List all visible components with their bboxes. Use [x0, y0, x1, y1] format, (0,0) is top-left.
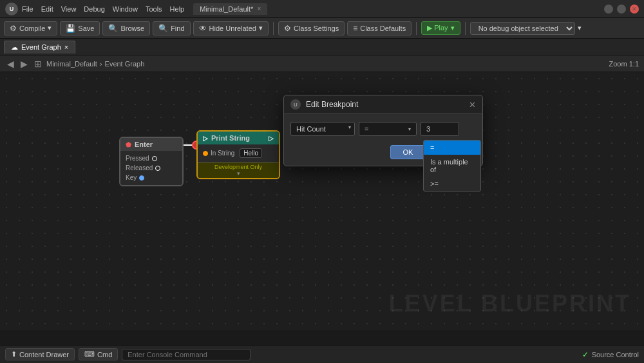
dialog-close-button[interactable]: ✕	[469, 100, 476, 110]
breadcrumb-leaf: Event Graph	[105, 60, 145, 68]
operator-option-gte[interactable]: >=	[424, 177, 480, 191]
menu-edit[interactable]: Edit	[41, 5, 53, 13]
nav-grid-button[interactable]: ⊞	[32, 59, 44, 69]
document-tab-label: Minimal_Default*	[200, 5, 253, 13]
nav-back-button[interactable]: ◀	[5, 59, 16, 69]
event-graph-tab[interactable]: ☁ Event Graph ×	[4, 41, 75, 54]
in-string-pin[interactable]	[203, 151, 208, 156]
menu-window[interactable]: Window	[113, 5, 138, 13]
edit-breakpoint-dialog: U Edit Breakpoint ✕ Hit Count ▾ = ▾	[283, 95, 483, 166]
document-tab-close[interactable]: ×	[257, 5, 261, 12]
minimize-button[interactable]: ─	[604, 5, 613, 14]
nav-forward-button[interactable]: ▶	[19, 59, 30, 69]
save-button[interactable]: 💾 Save	[60, 21, 100, 35]
debug-object-select[interactable]: No debug object selected	[470, 22, 575, 35]
released-label: Released	[126, 164, 153, 172]
event-graph-tab-close[interactable]: ×	[64, 43, 68, 51]
source-control: ✓ Source Control	[582, 350, 639, 359]
print-string-body: In String Hello	[198, 144, 279, 162]
expand-arrow[interactable]: ▾	[237, 170, 240, 177]
dialog-controls-row: Hit Count ▾ = ▾ = Is a multiple of >=	[290, 122, 476, 136]
canvas[interactable]: ⬟ Enter Pressed Released Key ▷ Print Str…	[0, 72, 644, 330]
hide-dropdown-icon[interactable]: ▾	[259, 24, 263, 32]
in-string-value[interactable]: Hello	[240, 148, 262, 158]
breakpoint-value-input[interactable]	[421, 122, 459, 136]
save-icon: 💾	[66, 24, 75, 33]
menu-view[interactable]: View	[61, 5, 77, 13]
play-button[interactable]: ▶ Play ▾	[421, 21, 460, 35]
compile-icon: ⚙	[10, 24, 17, 33]
find-button[interactable]: 🔍 Find	[153, 21, 190, 35]
operator-option-eq[interactable]: =	[424, 141, 480, 155]
dev-only-bar: Development Only ▾	[198, 162, 279, 178]
browse-button[interactable]: 🔍 Browse	[102, 21, 150, 35]
print-string-node[interactable]: ▷ Print String ▷ In String Hello Develop…	[196, 130, 280, 179]
print-string-title: Print String	[211, 134, 250, 142]
pressed-label: Pressed	[126, 155, 149, 162]
enter-pin-released: Released	[120, 163, 182, 173]
class-defaults-button[interactable]: ≡ Class Defaults	[347, 21, 412, 35]
class-settings-label: Class Settings	[294, 25, 339, 32]
dev-only-label: Development Only	[214, 164, 262, 170]
operator-container: = ▾ = Is a multiple of >=	[359, 122, 417, 136]
key-pin[interactable]	[139, 175, 144, 181]
browse-icon: 🔍	[108, 24, 118, 33]
content-drawer-button[interactable]: ⬆ Content Drawer	[5, 348, 75, 360]
compile-label: Compile	[19, 25, 45, 32]
print-exec-out: ▷	[269, 135, 274, 142]
ue-logo: U	[5, 3, 18, 15]
breadcrumb-sep: ›	[100, 60, 102, 68]
breadcrumb: Minimal_Default › Event Graph	[46, 60, 144, 68]
toolbar-sep2	[416, 22, 417, 35]
restore-button[interactable]: □	[617, 5, 626, 14]
hit-count-container: Hit Count ▾	[290, 122, 355, 136]
toolbar: ⚙ Compile ▾ 💾 Save 🔍 Browse 🔍 Find 👁 Hid…	[0, 18, 644, 39]
hide-unrelated-label: Hide Unrelated	[209, 25, 256, 32]
document-tab[interactable]: Minimal_Default* ×	[193, 3, 267, 15]
operator-option-multiple[interactable]: Is a multiple of	[424, 155, 480, 177]
operator-dropdown-arrow: ▾	[408, 126, 411, 132]
hide-unrelated-button[interactable]: 👁 Hide Unrelated ▾	[193, 21, 269, 35]
enter-node[interactable]: ⬟ Enter Pressed Released Key	[119, 137, 184, 186]
dialog-titlebar: U Edit Breakpoint ✕	[284, 95, 482, 114]
breadcrumb-root[interactable]: Minimal_Default	[46, 60, 97, 68]
close-button[interactable]: ✕	[630, 5, 639, 14]
dialog-ue-logo: U	[290, 99, 301, 110]
operator-select[interactable]: = ▾	[359, 122, 417, 136]
enter-pin-key: Key	[120, 173, 182, 182]
dialog-title: Edit Breakpoint	[306, 100, 464, 109]
class-defaults-label: Class Defaults	[360, 25, 406, 32]
source-control-label: Source Control	[592, 351, 639, 358]
menu-file[interactable]: File	[22, 5, 33, 13]
class-settings-button[interactable]: ⚙ Class Settings	[278, 21, 345, 35]
released-pin[interactable]	[155, 166, 160, 171]
tab-panel: ☁ Event Graph ×	[0, 39, 644, 55]
operator-current-value: =	[365, 125, 368, 133]
console-command-input[interactable]	[122, 349, 251, 360]
menu-debug[interactable]: Debug	[84, 5, 104, 13]
compile-button[interactable]: ⚙ Compile ▾	[4, 21, 57, 35]
find-icon: 🔍	[158, 24, 168, 33]
menu-bar[interactable]: File Edit View Debug Window Tools Help	[22, 5, 184, 13]
play-dropdown-icon[interactable]: ▾	[451, 24, 455, 32]
print-string-header: ▷ Print String ▷	[198, 132, 279, 144]
watermark: LEVEL BLUEPRINT	[389, 290, 631, 317]
enter-node-body: Pressed Released Key	[120, 151, 182, 185]
menu-help[interactable]: Help	[170, 5, 185, 13]
breadcrumb-bar: ◀ ▶ ⊞ Minimal_Default › Event Graph Zoom…	[0, 55, 644, 72]
window-controls: ─ □ ✕	[604, 5, 639, 14]
print-exec-in: ▷	[203, 135, 208, 142]
titlebar: U File Edit View Debug Window Tools Help…	[0, 0, 644, 18]
cmd-icon: ⌨	[84, 350, 95, 358]
ok-button[interactable]: OK	[390, 145, 425, 159]
key-label: Key	[126, 174, 137, 181]
hide-icon: 👁	[199, 24, 207, 33]
hit-count-select[interactable]: Hit Count	[290, 122, 355, 136]
pressed-pin[interactable]	[152, 156, 157, 161]
operator-dropdown-popup[interactable]: = Is a multiple of >=	[423, 140, 481, 191]
bottombar: ⬆ Content Drawer ⌨ Cmd ✓ Source Control	[0, 345, 644, 363]
content-drawer-label: Content Drawer	[19, 351, 69, 358]
menu-tools[interactable]: Tools	[146, 5, 162, 13]
compile-dropdown-icon[interactable]: ▾	[48, 24, 52, 32]
in-string-label: In String	[211, 150, 234, 157]
